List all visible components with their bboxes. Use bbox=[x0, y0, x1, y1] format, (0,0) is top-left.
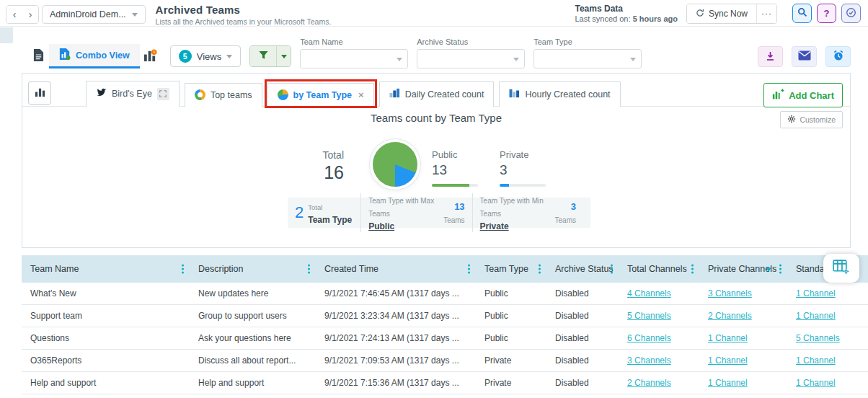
team-name-filter-label: Team Name bbox=[300, 37, 408, 46]
table-gear-icon bbox=[833, 260, 850, 277]
standard-channels-link[interactable]: 1 Channel bbox=[796, 311, 836, 321]
help-button[interactable]: ? bbox=[817, 4, 836, 23]
private-channels-link[interactable]: 1 Channel bbox=[708, 355, 748, 366]
team-type-filter-input[interactable] bbox=[533, 49, 642, 68]
table-row[interactable]: O365Reports Discuss all about report... … bbox=[22, 350, 868, 372]
page-subtitle: Lists all the Archived teams in your Mic… bbox=[156, 17, 332, 26]
add-chart-button[interactable]: Add Chart bbox=[763, 83, 843, 107]
sync-now-button[interactable]: Sync Now bbox=[687, 4, 756, 23]
bar-chart-icon bbox=[34, 86, 46, 100]
column-menu-icon[interactable] bbox=[182, 265, 184, 274]
refresh-icon bbox=[696, 9, 704, 19]
cell-archive-status: Disabled bbox=[546, 288, 619, 298]
clock-check-icon bbox=[846, 7, 856, 20]
views-dropdown[interactable]: 5 Views bbox=[170, 45, 241, 67]
clock-check-button[interactable] bbox=[841, 4, 861, 23]
legend-private: Private 3 bbox=[500, 149, 546, 187]
table-header-row: Team Name Description Created Time Team … bbox=[22, 255, 868, 283]
summary-view-button[interactable] bbox=[27, 44, 49, 68]
stat-max-link[interactable]: Public bbox=[368, 221, 394, 231]
back-button[interactable]: ‹ bbox=[6, 6, 22, 23]
column-menu-icon[interactable] bbox=[308, 265, 310, 274]
total-channels-link[interactable]: 5 Channels bbox=[627, 311, 671, 321]
total-label: Total bbox=[302, 149, 344, 161]
schedule-alarm-button[interactable] bbox=[825, 46, 851, 67]
tab-hourly-created-count[interactable]: Hourly Created count bbox=[499, 81, 620, 107]
table-row[interactable]: Support team Group to support users 9/1/… bbox=[22, 305, 868, 327]
standard-channels-link[interactable]: 1 Channel bbox=[796, 355, 836, 366]
private-channels-link[interactable]: 2 Channels bbox=[708, 311, 752, 321]
search-button[interactable] bbox=[792, 4, 812, 23]
table-row[interactable]: Help and support Help and support 9/1/20… bbox=[22, 372, 868, 394]
filter-button[interactable] bbox=[250, 46, 276, 66]
sync-button-group: Sync Now ··· bbox=[686, 4, 777, 24]
total-channels-link[interactable]: 3 Channels bbox=[627, 355, 671, 366]
standard-channels-link[interactable]: 1 Channel bbox=[796, 288, 836, 298]
archive-status-filter-label: Archive Status bbox=[417, 37, 525, 46]
column-archive-status[interactable]: Archive Status bbox=[546, 264, 619, 274]
column-menu-icon[interactable] bbox=[611, 265, 613, 274]
private-channels-link[interactable]: 1 Channel bbox=[708, 333, 748, 343]
stat-min-teams: Team Type with Min Teams Private 3 Teams bbox=[472, 193, 583, 232]
history-nav: ‹ › bbox=[6, 5, 39, 24]
close-icon[interactable]: × bbox=[358, 89, 364, 100]
column-archive-status-label: Archive Status bbox=[555, 264, 614, 274]
column-total-channels[interactable]: Total Channels bbox=[619, 264, 699, 274]
combo-view-tab[interactable]: Combo View bbox=[49, 44, 140, 68]
filter-options-button[interactable] bbox=[276, 46, 291, 66]
tab-by-team-type[interactable]: by Team Type × bbox=[267, 83, 374, 107]
add-chart-icon bbox=[772, 88, 784, 102]
tab-daily-created-count[interactable]: Daily Created count bbox=[379, 81, 495, 107]
pie-chart[interactable] bbox=[373, 142, 417, 187]
private-channels-link[interactable]: 1 Channel bbox=[708, 378, 748, 388]
stat-min-title: Team Type with Min Teams bbox=[480, 197, 544, 218]
sync-more-button[interactable]: ··· bbox=[756, 4, 776, 23]
alarm-clock-icon bbox=[833, 50, 844, 63]
chart-view-button[interactable] bbox=[140, 44, 161, 68]
tenant-selector[interactable]: AdminDroid Dem... bbox=[42, 5, 146, 24]
column-private-channels[interactable]: Private Channels bbox=[699, 264, 787, 274]
sort-chevron-icon[interactable] bbox=[766, 267, 771, 271]
forward-button[interactable]: › bbox=[22, 6, 38, 23]
last-synced-value: 5 hours ago bbox=[633, 14, 678, 23]
tab-birds-eye[interactable]: Bird's Eye bbox=[86, 81, 180, 107]
cell-team-name: Support team bbox=[22, 311, 190, 321]
add-chart-label: Add Chart bbox=[789, 90, 834, 101]
legend-public: Public 13 bbox=[432, 149, 478, 187]
standard-channels-link[interactable]: 5 Channels bbox=[796, 333, 840, 343]
cell-team-name: Help and support bbox=[22, 378, 190, 388]
standard-channels-link[interactable]: 1 Channel bbox=[796, 378, 836, 388]
column-menu-icon[interactable] bbox=[468, 265, 470, 274]
last-synced-label: Last synced on: bbox=[575, 14, 631, 23]
column-team-type-label: Team Type bbox=[484, 264, 528, 274]
total-channels-link[interactable]: 2 Channels bbox=[627, 378, 671, 388]
column-team-type[interactable]: Team Type bbox=[476, 264, 546, 274]
expand-icon[interactable] bbox=[157, 88, 169, 100]
column-menu-icon[interactable] bbox=[691, 265, 694, 274]
column-team-name[interactable]: Team Name bbox=[22, 264, 190, 274]
column-created-time[interactable]: Created Time bbox=[316, 264, 476, 274]
cell-archive-status: Disabled bbox=[546, 378, 619, 388]
tab-by-team-type-label: by Team Type bbox=[293, 90, 353, 100]
report-toolbar: Combo View 5 Views Team Name bbox=[27, 34, 851, 68]
private-channels-link[interactable]: 3 Channels bbox=[708, 288, 752, 298]
total-channels-link[interactable]: 4 Channels bbox=[627, 288, 671, 298]
chart-type-button[interactable] bbox=[28, 81, 51, 105]
cell-team-name: Questions bbox=[22, 333, 190, 343]
total-channels-link[interactable]: 6 Channels bbox=[627, 333, 671, 343]
export-download-button[interactable] bbox=[758, 46, 783, 67]
column-settings-button[interactable] bbox=[823, 254, 859, 283]
cell-team-name: O365Reports bbox=[22, 355, 190, 366]
column-description[interactable]: Description bbox=[190, 264, 316, 274]
table-row[interactable]: What's New New updates here 9/1/2021 7:4… bbox=[22, 283, 868, 305]
team-name-filter-input[interactable] bbox=[300, 49, 408, 68]
email-button[interactable] bbox=[792, 46, 817, 67]
pie-chart-visual: Total 16 Public 13 Private 3 bbox=[22, 141, 850, 195]
stat-min-link[interactable]: Private bbox=[480, 221, 509, 231]
archive-status-filter-input[interactable] bbox=[417, 49, 525, 68]
tab-top-teams[interactable]: Top teams bbox=[185, 83, 262, 107]
column-menu-icon[interactable] bbox=[779, 265, 781, 274]
stat-max-value: 13 bbox=[454, 201, 464, 212]
column-menu-icon[interactable] bbox=[539, 265, 541, 274]
table-row[interactable]: Questions Ask your questions here 9/1/20… bbox=[22, 327, 868, 350]
